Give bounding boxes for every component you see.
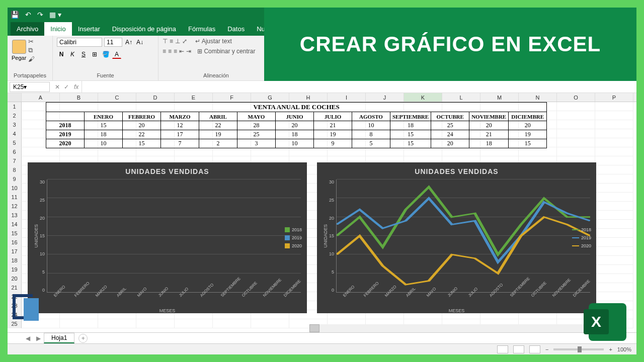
- row-header-7[interactable]: 7: [8, 156, 22, 165]
- cut-icon[interactable]: ✂: [28, 38, 35, 45]
- chart-legend: 201820192020: [285, 227, 302, 248]
- row-header-10[interactable]: 10: [8, 184, 22, 193]
- cancel-formula-icon[interactable]: ✕: [55, 83, 60, 90]
- row-header-19[interactable]: 19: [8, 265, 22, 274]
- row-header-3[interactable]: 3: [8, 120, 22, 129]
- align-left-icon[interactable]: ≡: [163, 48, 166, 55]
- qat-more-icon[interactable]: ▦ ▾: [49, 11, 61, 19]
- wrap-text-button[interactable]: ↵ Ajustar text: [195, 38, 232, 45]
- row-header-21[interactable]: 21: [8, 283, 22, 292]
- row-header-9[interactable]: 9: [8, 174, 22, 184]
- row-header-16[interactable]: 16: [8, 238, 22, 247]
- name-box[interactable]: K25 ▾: [10, 82, 50, 92]
- col-header-G[interactable]: G: [251, 93, 289, 102]
- accept-formula-icon[interactable]: ✓: [64, 83, 69, 90]
- bold-button[interactable]: N: [57, 50, 66, 59]
- y-axis: 302520151050: [40, 179, 47, 293]
- col-header-D[interactable]: D: [136, 93, 175, 102]
- view-normal-icon[interactable]: [497, 345, 508, 353]
- increase-indent-icon[interactable]: ⇥: [186, 48, 191, 55]
- font-name-combo[interactable]: [57, 38, 102, 47]
- font-size-combo[interactable]: [104, 38, 122, 47]
- paste-button[interactable]: Pegar: [12, 40, 26, 61]
- clipboard-icon: [12, 40, 26, 54]
- channel-logo: [13, 294, 43, 324]
- row-header-13[interactable]: 13: [8, 211, 22, 220]
- font-color-icon[interactable]: A: [112, 50, 121, 59]
- row-header-1[interactable]: 1: [8, 102, 22, 111]
- save-icon[interactable]: 💾: [11, 11, 19, 19]
- row-header-12[interactable]: 12: [8, 202, 22, 211]
- format-painter-icon[interactable]: 🖌: [28, 55, 35, 63]
- data-table[interactable]: VENTA ANUAL DE COCHES ENEROFEBREROMARZOA…: [46, 102, 547, 148]
- border-icon[interactable]: ⊞: [90, 50, 99, 59]
- zoom-level[interactable]: 100%: [617, 346, 631, 352]
- italic-button[interactable]: K: [68, 50, 77, 59]
- zoom-out-icon[interactable]: −: [545, 346, 548, 352]
- formula-input[interactable]: [82, 81, 636, 93]
- sheet-nav-next-icon[interactable]: ▶: [33, 335, 44, 342]
- horizontal-scrollbar[interactable]: [309, 324, 626, 332]
- decrease-indent-icon[interactable]: ⇤: [179, 48, 184, 55]
- tab-insertar[interactable]: Insertar: [72, 22, 106, 36]
- x-axis-label: MESES: [34, 308, 301, 313]
- align-bottom-icon[interactable]: ⊥: [175, 38, 180, 45]
- merge-button[interactable]: ⊞ Combinar y centrar: [197, 48, 255, 55]
- row-header-20[interactable]: 20: [8, 274, 22, 283]
- col-header-J[interactable]: J: [366, 93, 404, 102]
- redo-icon[interactable]: ↷: [37, 11, 43, 19]
- tab-disposicion[interactable]: Disposición de página: [106, 22, 182, 36]
- row-header-4[interactable]: 4: [8, 129, 22, 138]
- row-header-5[interactable]: 5: [8, 138, 22, 147]
- line-chart[interactable]: UNIDADES VENDIDASUNIDADES302520151050ENE…: [317, 162, 596, 313]
- zoom-slider[interactable]: [553, 348, 604, 350]
- col-header-H[interactable]: H: [289, 93, 328, 102]
- row-header-8[interactable]: 8: [8, 165, 22, 174]
- row-header-6[interactable]: 6: [8, 147, 22, 156]
- align-right-icon[interactable]: ≡: [174, 48, 177, 55]
- increase-font-icon[interactable]: A↑: [124, 38, 133, 47]
- fill-color-icon[interactable]: 🪣: [101, 50, 110, 59]
- sheet-nav-prev-icon[interactable]: ◀: [23, 335, 33, 342]
- row-header-14[interactable]: 14: [8, 220, 22, 229]
- col-header-K[interactable]: K: [404, 93, 442, 102]
- excel-window: 💾 ↶ ↷ ▦ ▾ GRÁFICO - Excel Inic. ses. — ☐…: [8, 8, 636, 354]
- view-layout-icon[interactable]: [513, 345, 524, 353]
- tab-formulas[interactable]: Fórmulas: [182, 22, 221, 36]
- status-bar: − + 100%: [8, 343, 636, 354]
- bar-chart[interactable]: UNIDADES VENDIDASUNIDADES302520151050ENE…: [28, 162, 307, 313]
- col-header-L[interactable]: L: [442, 93, 480, 102]
- row-header-2[interactable]: 2: [8, 111, 22, 120]
- col-header-N[interactable]: N: [519, 93, 557, 102]
- col-header-I[interactable]: I: [328, 93, 366, 102]
- sheet-tab-hoja1[interactable]: Hoja1: [44, 333, 74, 343]
- col-header-B[interactable]: B: [60, 93, 98, 102]
- zoom-in-icon[interactable]: +: [609, 346, 612, 352]
- tab-inicio[interactable]: Inicio: [44, 22, 71, 36]
- row-header-18[interactable]: 18: [8, 256, 22, 265]
- fx-icon[interactable]: fx: [74, 83, 82, 90]
- tab-datos[interactable]: Datos: [221, 22, 251, 36]
- undo-icon[interactable]: ↶: [25, 11, 31, 19]
- underline-button[interactable]: S: [79, 50, 88, 59]
- row-header-15[interactable]: 15: [8, 229, 22, 238]
- align-top-icon[interactable]: ⊤: [163, 38, 168, 45]
- col-header-P[interactable]: P: [595, 93, 633, 102]
- col-header-M[interactable]: M: [480, 93, 519, 102]
- align-center-icon[interactable]: ≡: [168, 48, 172, 55]
- align-middle-icon[interactable]: ≡: [170, 38, 173, 45]
- decrease-font-icon[interactable]: A↓: [135, 38, 144, 47]
- tab-archivo[interactable]: Archivo: [11, 22, 44, 36]
- spreadsheet-grid[interactable]: ABCDEFGHIJKLMNOP 12345678910111213141516…: [8, 93, 636, 329]
- col-header-E[interactable]: E: [175, 93, 213, 102]
- col-header-O[interactable]: O: [557, 93, 595, 102]
- copy-icon[interactable]: ⧉: [28, 46, 35, 54]
- col-header-A[interactable]: A: [22, 93, 60, 102]
- row-header-17[interactable]: 17: [8, 247, 22, 256]
- view-pagebreak-icon[interactable]: [529, 345, 540, 353]
- row-header-11[interactable]: 11: [8, 193, 22, 202]
- orientation-icon[interactable]: ⤢: [182, 38, 187, 45]
- col-header-C[interactable]: C: [98, 93, 136, 102]
- add-sheet-button[interactable]: +: [78, 334, 88, 343]
- col-header-F[interactable]: F: [213, 93, 251, 102]
